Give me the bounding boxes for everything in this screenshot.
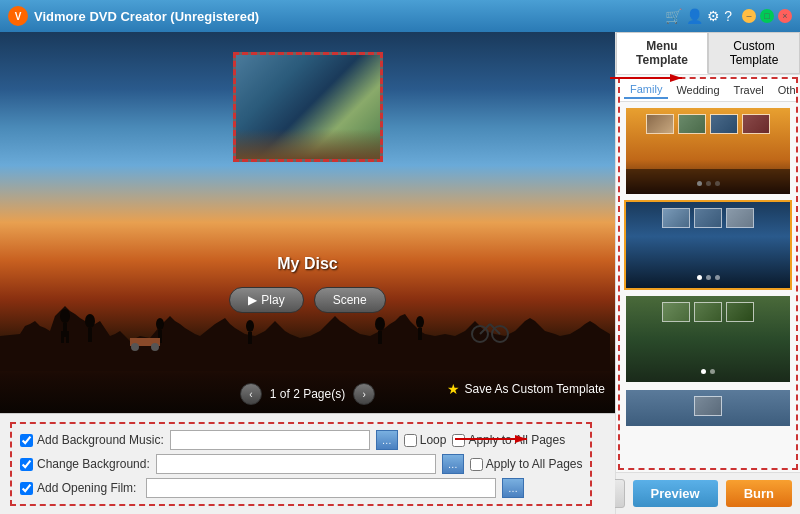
bg-music-input[interactable] (170, 430, 370, 450)
right-panel: Menu Template Custom Template Family Wed… (615, 32, 800, 514)
thumb-1-4 (742, 114, 770, 134)
loop-label: Loop (420, 433, 447, 447)
category-wedding[interactable]: Wedding (670, 82, 725, 98)
template-tabs: Menu Template Custom Template (616, 32, 800, 75)
window-controls: – □ × (742, 9, 792, 23)
category-travel[interactable]: Travel (728, 82, 770, 98)
dot-2-1 (697, 275, 702, 280)
silhouette-image (0, 256, 610, 371)
opening-film-checkbox[interactable] (20, 482, 33, 495)
template-thumbnails-3 (626, 302, 790, 322)
thumb-1-1 (646, 114, 674, 134)
next-page-button[interactable]: › (353, 383, 375, 405)
opening-film-label[interactable]: Add Opening Film: (20, 481, 140, 495)
apply-all-music-checkbox[interactable] (452, 434, 465, 447)
category-family[interactable]: Family (624, 81, 668, 99)
tab-custom-template[interactable]: Custom Template (708, 32, 800, 74)
apply-all-bg-label[interactable]: Apply to All Pages (470, 457, 583, 471)
apply-all-bg-checkbox[interactable] (470, 458, 483, 471)
template-thumbnails-1 (626, 114, 790, 134)
dot-2-3 (715, 275, 720, 280)
opening-film-row: Add Opening Film: … (20, 478, 582, 498)
svg-point-6 (156, 318, 164, 330)
template-item-1[interactable] (624, 106, 792, 196)
svg-rect-9 (248, 332, 252, 344)
thumb-2-2 (694, 208, 722, 228)
svg-rect-3 (66, 331, 69, 343)
help-icon[interactable]: ? (724, 8, 732, 24)
change-bg-label-text: Change Background: (37, 457, 150, 471)
disc-thumbnail (233, 52, 383, 162)
dot-2 (706, 181, 711, 186)
action-buttons: No Menu Back Preview Burn (616, 472, 800, 514)
template-bg-1 (626, 108, 790, 194)
bg-music-browse-button[interactable]: … (376, 430, 398, 450)
thumb-1-2 (678, 114, 706, 134)
disc-title: My Disc (0, 255, 615, 273)
dot-1 (697, 181, 702, 186)
template-thumbnails-4 (626, 396, 790, 416)
close-button[interactable]: × (778, 9, 792, 23)
titlebar: V Vidmore DVD Creator (Unregistered) 🛒 👤… (0, 0, 800, 32)
options-box: Add Background Music: … Loop Apply to Al… (10, 422, 592, 506)
dot-3-2 (710, 369, 715, 374)
tab-menu-template[interactable]: Menu Template (616, 32, 708, 74)
disc-preview (233, 52, 383, 162)
svg-point-15 (131, 343, 139, 351)
app-logo: V (8, 6, 28, 26)
svg-point-12 (416, 316, 424, 328)
opening-film-input[interactable] (146, 478, 496, 498)
template-item-2[interactable] (624, 200, 792, 290)
preview-button[interactable]: Preview (633, 480, 718, 507)
change-bg-label[interactable]: Change Background: (20, 457, 150, 471)
save-template-button[interactable]: ★ Save As Custom Template (447, 381, 605, 397)
svg-rect-2 (61, 331, 64, 343)
bg-music-checkbox[interactable] (20, 434, 33, 447)
save-template-label: Save As Custom Template (464, 382, 605, 396)
page-navigation: ‹ 1 of 2 Page(s) › ★ Save As Custom Temp… (0, 383, 615, 405)
template-item-4[interactable] (624, 388, 792, 428)
minimize-button[interactable]: – (742, 9, 756, 23)
settings-icon[interactable]: ⚙ (707, 8, 720, 24)
main-content: My Disc ▶ Play Scene ‹ 1 of 2 Page(s) › … (0, 32, 800, 514)
dot-3-1 (701, 369, 706, 374)
change-bg-input[interactable] (156, 454, 436, 474)
change-bg-browse-button[interactable]: … (442, 454, 464, 474)
svg-rect-5 (88, 328, 92, 342)
play-button[interactable]: ▶ Play (229, 287, 303, 313)
change-bg-row: Change Background: … Apply to All Pages (20, 454, 582, 474)
template-list (620, 102, 796, 468)
change-bg-checkbox[interactable] (20, 458, 33, 471)
play-icon: ▶ (248, 293, 257, 307)
category-other[interactable]: Oth (772, 82, 798, 98)
user-icon[interactable]: 👤 (686, 8, 703, 24)
template-bg-3 (626, 296, 790, 382)
opening-film-browse-button[interactable]: … (502, 478, 524, 498)
svg-rect-11 (378, 331, 382, 344)
burn-button[interactable]: Burn (726, 480, 792, 507)
prev-page-button[interactable]: ‹ (240, 383, 262, 405)
svg-point-8 (246, 320, 254, 332)
svg-point-10 (375, 317, 385, 331)
apply-all-music-label[interactable]: Apply to All Pages (452, 433, 565, 447)
svg-rect-13 (418, 328, 422, 340)
thumb-3-1 (662, 302, 690, 322)
loop-checkbox[interactable] (404, 434, 417, 447)
preview-area: My Disc ▶ Play Scene ‹ 1 of 2 Page(s) › … (0, 32, 615, 413)
template-item-3[interactable] (624, 294, 792, 384)
template-dots-3 (626, 369, 790, 374)
template-dots-2 (626, 275, 790, 280)
app-title: Vidmore DVD Creator (Unregistered) (34, 9, 665, 24)
apply-all-music-text: Apply to All Pages (468, 433, 565, 447)
svg-point-4 (85, 314, 95, 328)
thumb-2-3 (726, 208, 754, 228)
bg-music-label[interactable]: Add Background Music: (20, 433, 164, 447)
thumb-4-1 (694, 396, 722, 416)
scene-button[interactable]: Scene (314, 287, 386, 313)
page-info: 1 of 2 Page(s) (270, 387, 345, 401)
loop-checkbox-label[interactable]: Loop (404, 433, 447, 447)
maximize-button[interactable]: □ (760, 9, 774, 23)
scene-label: Scene (333, 293, 367, 307)
cart-icon[interactable]: 🛒 (665, 8, 682, 24)
thumb-3-2 (694, 302, 722, 322)
